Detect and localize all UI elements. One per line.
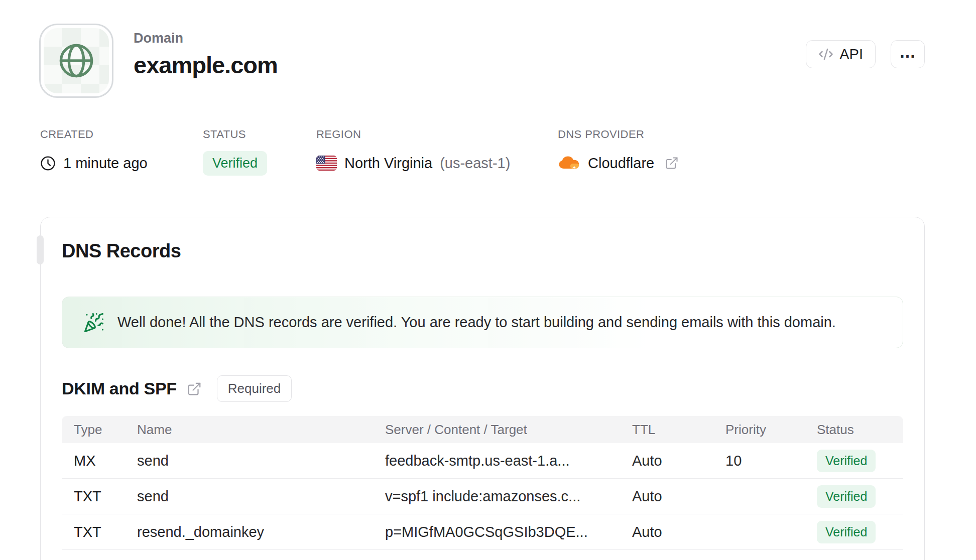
globe-icon: [56, 41, 96, 81]
success-banner: Well done! All the DNS records are verif…: [62, 297, 903, 348]
cell-ttl: Auto: [632, 453, 725, 469]
cloudflare-icon: [558, 156, 580, 171]
api-button-label: API: [839, 46, 863, 63]
col-header-ttl: TTL: [632, 422, 725, 438]
dns-provider-value: Cloudflare: [588, 155, 654, 172]
domain-meta-row: CREATED 1 minute ago STATUS Verified REG…: [0, 128, 976, 176]
region-label: REGION: [316, 128, 558, 141]
col-header-content: Server / Content / Target: [385, 422, 632, 438]
cell-type: TXT: [74, 488, 137, 505]
table-row: TXT send v=spf1 include:amazonses.c... A…: [62, 479, 903, 514]
cell-priority: 10: [725, 453, 817, 469]
cell-content: feedback-smtp.us-east-1.a...: [385, 453, 632, 469]
dkim-spf-title: DKIM and SPF: [62, 379, 177, 398]
domain-detail-page: Domain example.com API ... CREATED: [0, 0, 976, 560]
region-code: (us-east-1): [440, 155, 510, 172]
code-icon: [818, 47, 833, 62]
meta-region: REGION: [316, 128, 558, 176]
status-badge: Verified: [817, 450, 876, 472]
more-options-button[interactable]: ...: [891, 40, 925, 68]
col-header-type: Type: [74, 422, 137, 438]
cell-name: send: [137, 453, 385, 469]
avatar-checker-background: [44, 28, 109, 93]
cell-name: resend._domainkey: [137, 524, 385, 540]
dns-provider-label: DNS PROVIDER: [558, 128, 679, 141]
required-badge: Required: [217, 375, 292, 402]
card-title: DNS Records: [62, 239, 903, 262]
col-header-priority: Priority: [725, 422, 817, 438]
status-badge: Verified: [817, 521, 876, 543]
col-header-name: Name: [137, 422, 385, 438]
status-badge: Verified: [203, 151, 267, 176]
external-link-icon[interactable]: [665, 156, 679, 170]
clock-icon: [40, 156, 56, 171]
cell-ttl: Auto: [632, 488, 725, 505]
status-label: STATUS: [203, 128, 316, 141]
created-value: 1 minute ago: [63, 155, 148, 172]
page-kicker: Domain: [134, 31, 278, 46]
api-button[interactable]: API: [806, 40, 876, 68]
table-header-row: Type Name Server / Content / Target TTL …: [62, 416, 903, 443]
meta-dns-provider: DNS PROVIDER Cloudflare: [558, 128, 679, 176]
page-header: Domain example.com API ...: [0, 0, 976, 98]
cell-type: TXT: [74, 524, 137, 540]
table-row: TXT resend._domainkey p=MIGfMA0GCSqGSIb3…: [62, 514, 903, 550]
page-title: example.com: [134, 51, 278, 79]
cell-type: MX: [74, 453, 137, 469]
status-badge: Verified: [817, 485, 876, 508]
dns-records-card: DNS Records Well done! All the DNS recor…: [40, 217, 925, 560]
meta-created: CREATED 1 minute ago: [40, 128, 203, 176]
banner-message: Well done! All the DNS records are verif…: [117, 314, 836, 331]
region-name: North Virginia: [344, 155, 432, 172]
title-block: Domain example.com: [134, 24, 278, 79]
us-flag-icon: [316, 156, 337, 171]
dkim-spf-section-header: DKIM and SPF Required: [62, 375, 903, 402]
cell-content: p=MIGfMA0GCSqGSIb3DQE...: [385, 524, 632, 540]
created-label: CREATED: [40, 128, 203, 141]
cell-content: v=spf1 include:amazonses.c...: [385, 488, 632, 505]
table-row: MX send feedback-smtp.us-east-1.a... Aut…: [62, 443, 903, 479]
header-actions: API ...: [806, 24, 925, 68]
section-accent-bar: [37, 235, 44, 264]
meta-status: STATUS Verified: [203, 128, 316, 176]
party-popper-icon: [83, 312, 104, 333]
cell-ttl: Auto: [632, 524, 725, 540]
external-link-icon[interactable]: [187, 381, 202, 396]
domain-avatar: [39, 24, 113, 98]
col-header-status: Status: [817, 422, 891, 438]
cell-name: send: [137, 488, 385, 505]
dns-records-table: Type Name Server / Content / Target TTL …: [62, 416, 903, 550]
ellipsis-icon: ...: [900, 42, 915, 62]
